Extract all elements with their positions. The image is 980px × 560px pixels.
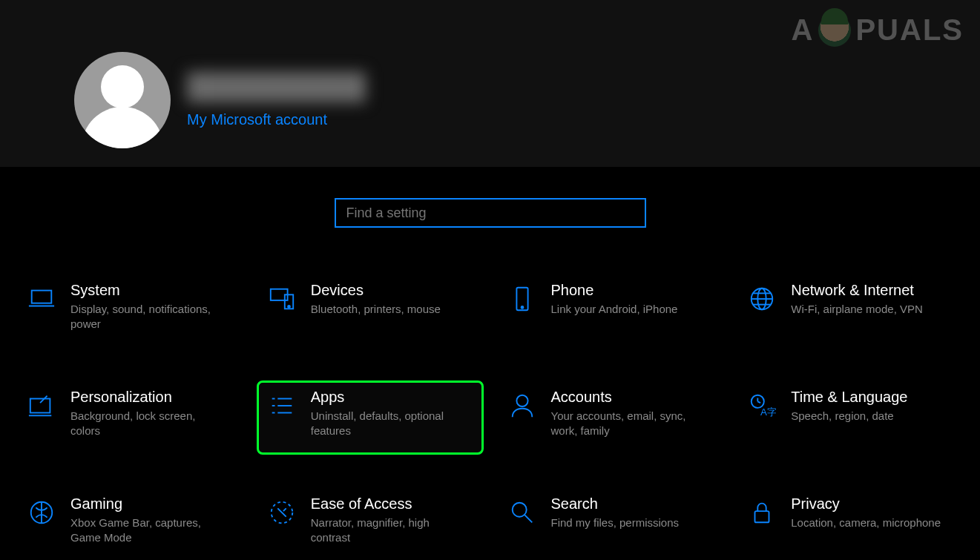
svg-text:A字: A字 — [760, 406, 776, 418]
watermark-tail: PUALS — [855, 13, 964, 47]
svg-rect-14 — [30, 399, 50, 413]
svg-line-31 — [524, 515, 531, 522]
tile-title: Gaming — [70, 495, 226, 513]
tile-text: Ease of AccessNarrator, magnifier, high … — [311, 495, 467, 546]
svg-rect-2 — [32, 291, 52, 303]
tile-text: AppsUninstall, defaults, optional featur… — [311, 389, 467, 439]
globe-icon — [746, 283, 777, 314]
tile-title: Time & Language — [791, 389, 907, 406]
svg-line-26 — [758, 401, 761, 403]
tile-description: Find my files, permissions — [551, 515, 680, 530]
watermark: APUALS — [792, 13, 964, 47]
phone-icon — [507, 283, 538, 314]
svg-rect-32 — [755, 511, 769, 522]
tile-description: Narrator, magnifier, high contrast — [311, 515, 467, 546]
ease-of-access-icon — [266, 497, 297, 528]
tile-description: Uninstall, defaults, optional features — [311, 409, 467, 439]
search-icon — [507, 497, 538, 528]
apps-icon — [266, 390, 297, 421]
tile-title: Devices — [311, 282, 441, 299]
tile-title: Privacy — [791, 495, 941, 513]
account-profile: ██████████ My Microsoft account — [74, 52, 358, 148]
time-language-icon: A字 — [746, 390, 777, 421]
tile-privacy[interactable]: PrivacyLocation, camera, microphone — [737, 487, 964, 560]
svg-line-16 — [40, 396, 47, 403]
svg-point-6 — [288, 306, 290, 308]
tile-title: Phone — [551, 282, 678, 299]
tile-description: Your accounts, email, sync, work, family — [551, 409, 707, 439]
tile-search[interactable]: SearchFind my files, permissions — [497, 487, 724, 560]
search-icon — [622, 205, 636, 221]
search-box[interactable] — [335, 198, 646, 228]
account-text-block: ██████████ My Microsoft account — [187, 72, 358, 128]
tile-text: DevicesBluetooth, printers, mouse — [311, 282, 441, 317]
tile-accounts[interactable]: AccountsYour accounts, email, sync, work… — [497, 381, 724, 455]
tile-text: SearchFind my files, permissions — [551, 495, 680, 530]
tile-title: Network & Internet — [791, 282, 923, 299]
svg-point-23 — [516, 395, 527, 406]
tile-system[interactable]: SystemDisplay, sound, notifications, pow… — [16, 274, 243, 348]
tile-description: Wi-Fi, airplane mode, VPN — [791, 302, 923, 317]
search-input[interactable] — [345, 205, 622, 222]
settings-header: APUALS ██████████ My Microsoft account — [0, 0, 980, 167]
logo-face-icon — [818, 14, 851, 47]
tile-description: Link your Android, iPhone — [551, 302, 678, 317]
tile-phone[interactable]: PhoneLink your Android, iPhone — [497, 274, 724, 348]
tile-description: Location, camera, microphone — [791, 515, 941, 530]
tile-text: AccountsYour accounts, email, sync, work… — [551, 389, 707, 439]
microsoft-account-link[interactable]: My Microsoft account — [187, 111, 358, 128]
tile-title: Accounts — [551, 389, 707, 406]
tile-time[interactable]: A字Time & LanguageSpeech, region, date — [737, 381, 964, 455]
tile-title: Ease of Access — [311, 495, 467, 513]
tile-title: Search — [551, 495, 680, 513]
privacy-icon — [746, 497, 777, 528]
devices-icon — [266, 283, 297, 314]
tile-personalization[interactable]: PersonalizationBackground, lock screen, … — [16, 381, 243, 455]
tile-text: PhoneLink your Android, iPhone — [551, 282, 678, 317]
svg-point-0 — [624, 206, 632, 214]
tile-network[interactable]: Network & InternetWi-Fi, airplane mode, … — [737, 274, 964, 348]
accounts-icon — [507, 390, 538, 421]
tile-description: Background, lock screen, colors — [70, 409, 226, 439]
svg-line-1 — [631, 213, 634, 217]
tile-title: Apps — [311, 389, 467, 406]
tile-apps[interactable]: AppsUninstall, defaults, optional featur… — [257, 381, 484, 455]
account-name-blurred: ██████████ — [187, 72, 358, 101]
svg-point-8 — [521, 306, 523, 309]
tile-text: GamingXbox Game Bar, captures, Game Mode — [70, 495, 226, 546]
tile-title: System — [70, 282, 226, 299]
tile-ease[interactable]: Ease of AccessNarrator, magnifier, high … — [257, 487, 484, 560]
tile-gaming[interactable]: GamingXbox Game Bar, captures, Game Mode — [16, 487, 243, 560]
tile-description: Display, sound, notifications, power — [70, 302, 226, 332]
tile-devices[interactable]: DevicesBluetooth, printers, mouse — [257, 274, 484, 348]
avatar[interactable] — [74, 52, 171, 148]
tile-text: Time & LanguageSpeech, region, date — [791, 389, 907, 424]
personalization-icon — [26, 390, 57, 421]
tile-text: PersonalizationBackground, lock screen, … — [70, 389, 226, 439]
tile-description: Xbox Game Bar, captures, Game Mode — [70, 515, 226, 546]
tile-text: PrivacyLocation, camera, microphone — [791, 495, 941, 530]
gaming-icon — [26, 497, 57, 528]
laptop-icon — [26, 283, 57, 314]
tile-description: Speech, region, date — [791, 409, 907, 424]
tile-title: Personalization — [70, 389, 226, 406]
tile-text: SystemDisplay, sound, notifications, pow… — [70, 282, 226, 332]
tile-text: Network & InternetWi-Fi, airplane mode, … — [791, 282, 923, 317]
search-wrapper — [0, 198, 980, 228]
tile-description: Bluetooth, printers, mouse — [311, 302, 441, 317]
settings-grid: SystemDisplay, sound, notifications, pow… — [16, 274, 964, 560]
